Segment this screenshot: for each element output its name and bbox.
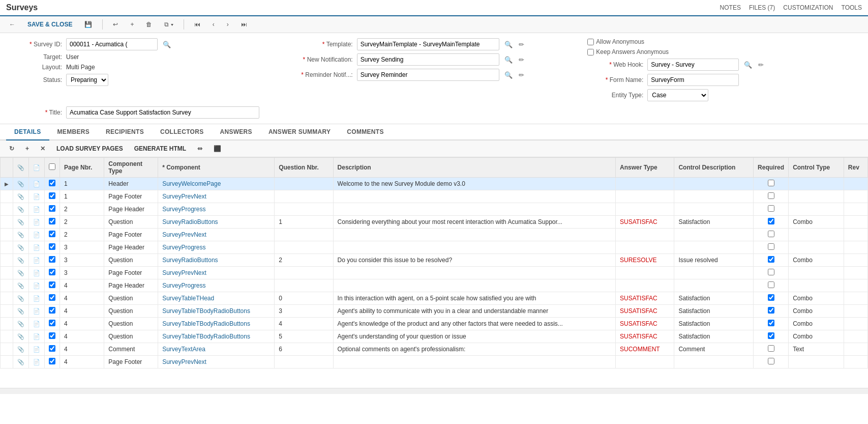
row-checkbox[interactable] [49, 320, 55, 326]
tab-recipients[interactable]: RECIPIENTS [98, 124, 152, 140]
answer-type-link[interactable]: SUSATISFAC [620, 333, 657, 340]
load-survey-button[interactable]: LOAD SURVEY PAGES [52, 144, 127, 154]
prev-button[interactable]: ‹ [208, 19, 219, 30]
component-cell[interactable]: SurveyPrevNext [158, 267, 275, 279]
survey-id-input[interactable] [66, 38, 158, 50]
answer-type-cell[interactable]: SUSATISFAC [615, 216, 674, 229]
expand-arrow[interactable]: ▶ [5, 181, 9, 187]
allow-anonymous-checkbox[interactable] [587, 39, 594, 45]
component-link[interactable]: SurveyTableTHead [162, 295, 214, 302]
tab-comments[interactable]: COMMENTS [339, 124, 392, 140]
row-checkbox[interactable] [49, 345, 55, 352]
tab-details[interactable]: DETAILS [6, 124, 49, 140]
generate-html-button[interactable]: GENERATE HTML [130, 144, 190, 154]
new-notification-search-button[interactable]: 🔍 [503, 55, 514, 65]
status-select[interactable]: Preparing Active Closed [66, 74, 108, 86]
component-link[interactable]: SurveyTableTBodyRadioButtons [162, 333, 250, 340]
survey-id-search-button[interactable]: 🔍 [162, 40, 172, 49]
template-search-button[interactable]: 🔍 [503, 40, 514, 49]
last-button[interactable]: ⏭ [237, 19, 251, 30]
component-cell[interactable]: SurveyPrevNext [158, 356, 275, 369]
row-checkbox[interactable] [49, 218, 55, 224]
select-all-checkbox[interactable] [49, 163, 55, 170]
webhook-search-button[interactable]: 🔍 [743, 60, 753, 70]
keep-answers-checkbox[interactable] [587, 49, 594, 55]
row-checkbox[interactable] [49, 358, 55, 364]
row-checkbox[interactable] [49, 269, 55, 275]
template-input[interactable] [357, 38, 499, 50]
required-checkbox[interactable] [768, 192, 774, 199]
required-checkbox[interactable] [768, 320, 774, 326]
new-notification-edit-button[interactable]: ✏ [518, 55, 525, 65]
row-checkbox[interactable] [49, 231, 55, 237]
next-button[interactable]: › [223, 19, 233, 30]
answer-type-cell[interactable]: SUCOMMENT [615, 343, 674, 356]
required-checkbox[interactable] [768, 332, 774, 339]
title-input[interactable] [66, 106, 259, 119]
template-edit-button[interactable]: ✏ [518, 40, 525, 49]
component-link[interactable]: SurveyPrevNext [162, 193, 206, 200]
row-checkbox[interactable] [49, 205, 55, 212]
reminder-search-button[interactable]: 🔍 [503, 70, 514, 80]
tab-collectors[interactable]: COLLECTORS [152, 124, 212, 140]
required-checkbox[interactable] [768, 307, 774, 314]
delete-button[interactable]: 🗑 [142, 19, 156, 30]
tab-answer-summary[interactable]: ANSWER SUMMARY [260, 124, 339, 140]
add-button[interactable]: + [126, 19, 138, 30]
row-checkbox[interactable] [49, 281, 55, 288]
answer-type-cell[interactable] [615, 190, 674, 203]
component-cell[interactable]: SurveyRadioButtons [158, 216, 275, 229]
form-name-input[interactable] [647, 74, 739, 86]
files-button[interactable]: FILES (7) [749, 4, 775, 11]
bottom-scrollbar[interactable] [0, 388, 868, 394]
back-button[interactable]: ← [5, 19, 19, 30]
component-cell[interactable]: SurveyProgress [158, 279, 275, 292]
component-cell[interactable]: SurveyProgress [158, 203, 275, 216]
component-link[interactable]: SurveyTextArea [162, 346, 205, 353]
save-close-button[interactable]: SAVE & CLOSE [23, 19, 76, 30]
component-link[interactable]: SurveyTableTBodyRadioButtons [162, 320, 250, 327]
row-checkbox[interactable] [49, 192, 55, 199]
table-add-button[interactable]: + [21, 144, 33, 154]
answer-type-cell[interactable]: SURESOLVE [615, 254, 674, 267]
required-checkbox[interactable] [768, 345, 774, 352]
tab-members[interactable]: MEMBERS [49, 124, 98, 140]
component-link[interactable]: SurveyPrevNext [162, 358, 206, 365]
tab-answers[interactable]: ANSWERS [212, 124, 260, 140]
required-checkbox[interactable] [768, 269, 774, 275]
tools-button[interactable]: TOOLS [842, 4, 862, 11]
fit-columns-button[interactable]: ⇔ [193, 144, 206, 154]
component-cell[interactable]: SurveyTextArea [158, 343, 275, 356]
component-cell[interactable]: SurveyTableTBodyRadioButtons [158, 305, 275, 318]
row-checkbox[interactable] [49, 256, 55, 263]
answer-type-link[interactable]: SUSATISFAC [620, 295, 657, 302]
component-link[interactable]: SurveyRadioButtons [162, 257, 218, 264]
answer-type-link[interactable]: SUSATISFAC [620, 218, 657, 225]
answer-type-link[interactable]: SUSATISFAC [620, 320, 657, 327]
row-checkbox[interactable] [49, 180, 55, 186]
component-cell[interactable]: SurveyProgress [158, 241, 275, 254]
answer-type-cell[interactable] [615, 203, 674, 216]
required-checkbox[interactable] [768, 256, 774, 263]
answer-type-cell[interactable]: SUSATISFAC [615, 318, 674, 330]
component-link[interactable]: SurveyTableTBodyRadioButtons [162, 307, 250, 315]
component-cell[interactable]: SurveyPrevNext [158, 190, 275, 203]
new-notification-input[interactable] [357, 53, 499, 66]
webhook-input[interactable] [647, 59, 739, 71]
notes-button[interactable]: NOTES [720, 4, 741, 11]
required-checkbox[interactable] [768, 180, 774, 186]
required-checkbox[interactable] [768, 243, 774, 250]
table-delete-button[interactable]: ✕ [36, 144, 49, 154]
reminder-edit-button[interactable]: ✏ [518, 70, 525, 80]
copy-button[interactable]: ⧉ ▾ [160, 19, 177, 30]
answer-type-cell[interactable] [615, 178, 674, 190]
answer-type-cell[interactable] [615, 229, 674, 241]
answer-type-link[interactable]: SURESOLVE [620, 257, 656, 264]
refresh-button[interactable]: ↻ [5, 144, 18, 154]
answer-type-cell[interactable] [615, 241, 674, 254]
component-cell[interactable]: SurveyTableTBodyRadioButtons [158, 318, 275, 330]
answer-type-cell[interactable] [615, 356, 674, 369]
answer-type-cell[interactable] [615, 279, 674, 292]
entity-type-select[interactable]: Case Lead Contact [647, 89, 708, 101]
component-link[interactable]: SurveyProgress [162, 282, 205, 289]
